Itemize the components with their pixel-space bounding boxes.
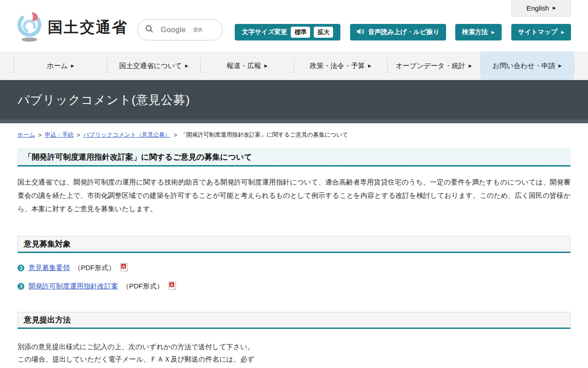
font-size-label: 文字サイズ変更	[242, 28, 288, 36]
nav-item-press[interactable]: 報道・広報 ▶	[200, 52, 294, 80]
nav-item-label: 政策・法令・予算	[310, 62, 365, 70]
breadcrumb-link-procedures[interactable]: 申込・手続	[45, 131, 74, 139]
sitemap-label: サイトマップ	[518, 28, 558, 36]
font-size-button[interactable]: 文字サイズ変更 標準 拡大	[235, 24, 340, 40]
page-title: パブリックコメント(意見公募)	[0, 92, 190, 108]
chevron-right-icon: ▶	[559, 64, 562, 68]
nav-item-contact[interactable]: お問い合わせ・申請 ▶	[481, 52, 574, 80]
mlit-logo[interactable]: 国土交通省	[17, 11, 128, 44]
global-nav: ホーム ▶ 国土交通省について ▶ 報道・広報 ▶ 政策・法令・予算 ▶ オープ…	[0, 52, 588, 80]
list-bullet-arrow-icon: ❯	[17, 283, 24, 290]
mlit-logo-icon	[17, 11, 43, 44]
nav-item-label: オープンデータ・統計	[396, 62, 465, 70]
speaker-icon	[356, 28, 364, 36]
chevron-right-icon: ▶	[368, 64, 371, 68]
nav-item-home[interactable]: ホーム ▶	[14, 52, 107, 80]
article-heading: 「開発許可制度運用指針改訂案」に関するご意見の募集について	[17, 149, 571, 167]
font-size-standard-button[interactable]: 標準	[291, 27, 310, 38]
search-method-label: 検索方法	[462, 28, 488, 36]
logo-text: 国土交通省	[48, 17, 128, 38]
list-item: ❯ 開発許可制度運用指針改訂案 （PDF形式）	[17, 282, 571, 291]
pdf-link-guidelines[interactable]: 意見募集要領	[28, 264, 70, 272]
nav-item-label: 報道・広報	[226, 62, 261, 70]
chevron-right-icon: ▶	[469, 64, 472, 68]
chevron-right-icon: ▶	[553, 6, 556, 10]
font-size-large-button[interactable]: 拡大	[314, 27, 333, 38]
english-label: English	[526, 4, 549, 12]
instruction-line: 「開発許可制度運用指針改訂案パブリックコメント」と明記して下さい。	[17, 365, 571, 368]
breadcrumb-separator: >	[38, 132, 41, 138]
chevron-right-icon: ▶	[264, 64, 267, 68]
nav-item-opendata[interactable]: オープンデータ・統計 ▶	[387, 52, 481, 80]
instruction-line: 別添の意見提出様式にご記入の上、次のいずれかの方法で送付して下さい。	[17, 340, 571, 353]
submission-instructions: 別添の意見提出様式にご記入の上、次のいずれかの方法で送付して下さい。 この場合、…	[17, 340, 571, 368]
pdf-format-note: （PDF形式）	[74, 264, 115, 272]
chevron-right-icon: ▶	[71, 64, 74, 68]
pdf-format-note: （PDF形式）	[122, 282, 164, 291]
nav-item-label: お問い合わせ・申請	[492, 62, 555, 70]
main-content: 「開発許可制度運用指針改訂案」に関するご意見の募集について 国土交通省では、開発…	[17, 149, 571, 368]
section-heading-method: 意見提出方法	[17, 312, 571, 329]
chevron-right-icon: ▶	[561, 30, 565, 34]
speech-reading-button[interactable]: 音声読み上げ・ルビ振り	[350, 24, 446, 40]
speech-reading-label: 音声読み上げ・ルビ振り	[368, 28, 440, 36]
nav-item-label: 国土交通省について	[119, 62, 182, 70]
sitemap-button[interactable]: サイトマップ ▶	[511, 24, 571, 40]
breadcrumb-separator: >	[174, 132, 177, 138]
page-title-banner: パブリックコメント(意見公募)	[0, 80, 588, 120]
section-heading-targets: 意見募集対象	[17, 236, 571, 253]
chevron-right-icon: ▶	[185, 64, 188, 68]
nav-item-label: ホーム	[47, 62, 68, 70]
list-item: ❯ 意見募集要領 （PDF形式）	[17, 263, 571, 273]
search-placeholder: Google	[161, 26, 186, 34]
search-input[interactable]: Google 提供	[137, 19, 223, 40]
breadcrumb: ホーム > 申込・手続 > パブリックコメント（意見公募） > 「開発許可制度運…	[17, 131, 571, 139]
pdf-file-icon[interactable]	[120, 263, 128, 273]
search-icon	[145, 25, 153, 35]
search-provider-hint: 提供	[193, 27, 203, 33]
pdf-link-draft[interactable]: 開発許可制度運用指針改訂案	[28, 282, 118, 291]
list-bullet-arrow-icon: ❯	[17, 264, 24, 271]
breadcrumb-separator: >	[77, 132, 80, 138]
search-method-button[interactable]: 検索方法 ▶	[455, 24, 502, 40]
intro-paragraph: 国土交通省では、開発許可制度の運用に関する技術的助言である開発許可制度運用指針に…	[17, 175, 571, 215]
breadcrumb-link-public-comment[interactable]: パブリックコメント（意見公募）	[83, 131, 170, 139]
nav-item-policy[interactable]: 政策・法令・予算 ▶	[294, 52, 387, 80]
banner-accent-strip	[0, 120, 588, 123]
breadcrumb-link-home[interactable]: ホーム	[17, 131, 35, 139]
nav-item-about[interactable]: 国土交通省について ▶	[107, 52, 200, 80]
chevron-right-icon: ▶	[492, 30, 495, 34]
site-header: 国土交通省 Google 提供 English ▶ 文字サイズ変更 標準 拡大 …	[0, 0, 588, 52]
pdf-link-list: ❯ 意見募集要領 （PDF形式） ❯ 開発許可制度運用指針改訂案 （PDF形式）	[17, 263, 571, 291]
instruction-line: この場合、提出していただく電子メール、ＦＡＸ及び郵送の件名には、必ず	[17, 353, 571, 365]
breadcrumb-current: 「開発許可制度運用指針改訂案」に関するご意見の募集について	[181, 131, 348, 139]
pdf-file-icon[interactable]	[169, 282, 176, 291]
english-button[interactable]: English ▶	[511, 0, 571, 17]
